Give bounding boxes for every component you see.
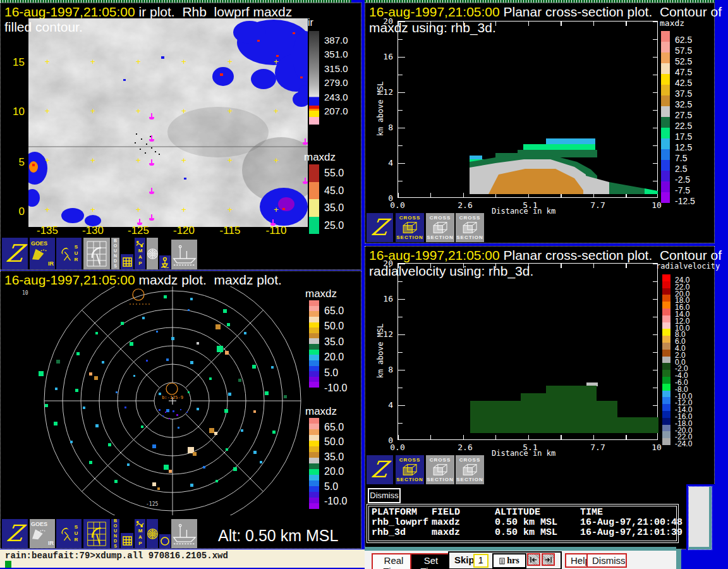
y-tick: 16 bbox=[374, 52, 393, 61]
radar-grid-button[interactable] bbox=[83, 519, 110, 548]
grid-button[interactable] bbox=[121, 533, 133, 548]
ship-button[interactable] bbox=[171, 519, 197, 548]
zebra-menu-button[interactable]: Z bbox=[367, 213, 393, 242]
dismiss-button[interactable]: Dismiss bbox=[368, 488, 401, 503]
colorbar-title: radialvelocity bbox=[656, 262, 720, 271]
grid-button[interactable] bbox=[121, 254, 133, 269]
colorbar-title: maxdz bbox=[660, 18, 684, 28]
cross-section-button-2[interactable]: CROSS SECTION bbox=[426, 213, 454, 242]
lon-tick: -120 bbox=[173, 224, 195, 237]
arrow-right-icon bbox=[544, 556, 552, 563]
grid-cross: + bbox=[90, 106, 95, 116]
hrs-button[interactable]: hrs bbox=[492, 553, 526, 568]
ship-position-label: b:-125-9 bbox=[155, 395, 190, 400]
grid-icon bbox=[123, 536, 132, 546]
x-tick: 7.7 bbox=[590, 200, 605, 210]
real-time-button[interactable]: Real Time bbox=[372, 553, 416, 569]
lat-tick: 0 bbox=[2, 205, 25, 218]
platform-marker-icon bbox=[303, 138, 308, 145]
platform-marker-icon bbox=[149, 188, 154, 194]
cross-section-button-3[interactable]: CROSS SECTION bbox=[456, 455, 484, 484]
zebra-logo-icon: Z bbox=[370, 458, 389, 481]
window-title-line2: maxdz using: rhb_3d. bbox=[369, 20, 496, 35]
window-title-line2: radialvelocity using: rhb_3d. bbox=[369, 264, 533, 279]
cross-section-button-1[interactable]: CROSS SECTION bbox=[396, 213, 424, 242]
grid-cross: + bbox=[136, 57, 141, 66]
cross-section-button-2[interactable]: CROSS SECTION bbox=[426, 455, 454, 484]
cube-icon bbox=[462, 463, 478, 476]
bounds-button[interactable]: BOUNDS bbox=[111, 238, 119, 269]
window-edge bbox=[676, 549, 681, 569]
window-maxdz-ppi: 16-aug-1997,21:05:00 maxdz plot. maxdz p… bbox=[0, 271, 361, 549]
skip-group: Skip 1 ^ hrs bbox=[448, 551, 562, 569]
grid-cross: + bbox=[228, 205, 233, 214]
grid-cross: + bbox=[228, 57, 233, 66]
cube-icon bbox=[432, 463, 449, 476]
background-window-scrollbar[interactable] bbox=[689, 487, 712, 549]
zebra-menu-button[interactable]: Z bbox=[2, 519, 28, 548]
toolbar: Z GOES IR SUR BOUNDS bbox=[1, 519, 362, 548]
zebra-menu-button[interactable]: Z bbox=[367, 455, 393, 484]
step-back-button[interactable] bbox=[527, 553, 540, 566]
colorbar-title: maxdz bbox=[305, 288, 337, 300]
goes-ir-button[interactable]: GOES IR bbox=[30, 238, 55, 269]
surveillance-radar-button[interactable]: SUR bbox=[56, 238, 82, 269]
ir-gradient bbox=[309, 31, 319, 125]
bounds-button[interactable]: BOUNDS bbox=[111, 519, 119, 548]
lon-tick: -130 bbox=[82, 224, 104, 237]
map-button[interactable]: MAP bbox=[135, 519, 145, 548]
radar-grid-icon bbox=[86, 521, 107, 546]
cross-section-button-3[interactable]: CROSS SECTION bbox=[456, 213, 484, 242]
radar-grid-icon bbox=[86, 240, 107, 267]
colorbar-title-ir: ir bbox=[308, 17, 313, 28]
cross-section-button-1[interactable]: CROSS SECTION bbox=[396, 455, 424, 484]
toolbar: Z CROSS SECTION CROSS SECTION CROSS SE bbox=[365, 213, 715, 242]
time-control-bar: Real Time Set Time Skip 1 ^ hrs Help Dis… bbox=[365, 547, 676, 569]
grid-cross: + bbox=[136, 205, 141, 214]
arrow-left-icon bbox=[530, 556, 538, 563]
grid-cross: + bbox=[90, 205, 95, 214]
grid-icon bbox=[123, 257, 132, 267]
surveillance-radar-button[interactable]: SUR bbox=[56, 519, 82, 548]
platform-marker-icon bbox=[149, 113, 154, 119]
lat-tick: 10 bbox=[2, 106, 25, 118]
terminal-window[interactable]: rain:beaufait:79>xdump.all 970816.2105.x… bbox=[0, 549, 365, 568]
grid-cross: + bbox=[90, 156, 95, 165]
set-time-button[interactable]: Set Time bbox=[410, 553, 452, 569]
maxdz-contours bbox=[398, 21, 658, 199]
polar-web-icon bbox=[147, 248, 158, 259]
polar-web-button[interactable] bbox=[147, 238, 158, 269]
buoy-button[interactable] bbox=[159, 255, 171, 269]
cube-icon bbox=[402, 463, 418, 476]
x-tick: 10 bbox=[652, 200, 662, 210]
window-title: 16-aug-1997,21:05:00 ir plot. Rhb_lowprf… bbox=[4, 4, 292, 20]
ship-button[interactable] bbox=[171, 240, 197, 269]
colorbar-title: maxdz bbox=[305, 405, 337, 418]
radialvelocity-contours bbox=[398, 264, 658, 441]
map-button[interactable]: MAP bbox=[135, 238, 145, 269]
grid-cross: + bbox=[45, 106, 50, 116]
xsection-plot[interactable] bbox=[397, 21, 658, 198]
x-tick: 0.0 bbox=[390, 200, 404, 210]
grid-cross: + bbox=[136, 106, 141, 116]
xsection-plot[interactable] bbox=[397, 263, 658, 440]
y-axis-label: km above MSL bbox=[376, 71, 385, 147]
radar-grid-button[interactable] bbox=[83, 238, 110, 269]
terminal-command: rain:beaufait:79>xdump.all 970816.2105.x… bbox=[5, 551, 228, 561]
circle-button[interactable] bbox=[159, 534, 171, 548]
x-tick: 0.0 bbox=[390, 443, 404, 452]
zebra-menu-button[interactable]: Z bbox=[2, 238, 28, 269]
polar-web-button[interactable] bbox=[147, 519, 158, 548]
lon-label: -125 bbox=[146, 501, 158, 507]
x-tick: 10 bbox=[652, 443, 662, 452]
step-forward-button[interactable] bbox=[542, 553, 555, 566]
toolbar: Z GOES IR SUR BOUNDS bbox=[1, 238, 362, 269]
goes-ir-button[interactable]: GOES IR bbox=[30, 519, 55, 548]
ppi-display[interactable] bbox=[1, 286, 304, 515]
polar-web-icon bbox=[147, 529, 158, 539]
satellite-image[interactable]: ++++++++++++++++++++++++ bbox=[28, 18, 308, 227]
platform-marker-icon bbox=[149, 214, 154, 221]
dismiss-button[interactable]: Dismiss bbox=[586, 553, 627, 568]
grid-cross: + bbox=[181, 57, 186, 66]
y-tick: 4 bbox=[374, 400, 393, 410]
